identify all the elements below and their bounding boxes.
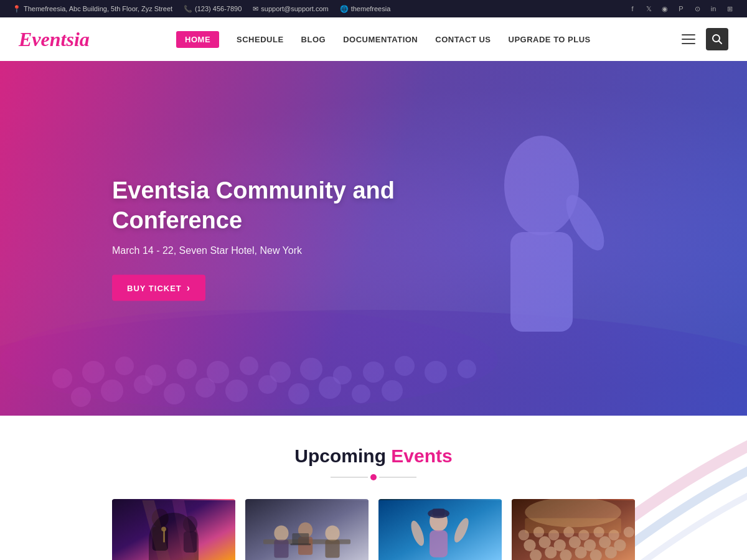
divider-line-right	[379, 477, 416, 478]
hero-content: Eventsia Community and Conference March …	[112, 176, 411, 301]
nav-schedule[interactable]: SCHEDULE	[237, 35, 284, 44]
hero-subtitle: March 14 - 22, Seven Star Hotel, New Yor…	[112, 245, 411, 256]
globe-icon: 🌐	[340, 5, 349, 13]
pinterest-icon[interactable]: P	[676, 4, 686, 14]
phone-icon: 📞	[184, 5, 192, 13]
svg-rect-0	[682, 34, 695, 35]
svg-rect-51	[325, 540, 339, 558]
logo-text: Eventsia	[19, 28, 90, 50]
svg-point-67	[599, 536, 611, 548]
svg-rect-39	[184, 531, 197, 553]
hamburger-icon[interactable]	[677, 28, 700, 50]
upcoming-events-section: Upcoming Events	[0, 416, 747, 560]
svg-rect-2	[682, 43, 695, 44]
svg-rect-37	[153, 526, 168, 551]
event-card-4[interactable]	[512, 499, 635, 560]
svg-rect-35	[112, 500, 235, 560]
website-info: 🌐 themefreesia	[340, 5, 391, 13]
header-icons	[677, 28, 728, 50]
main-nav: HOME SCHEDULE BLOG DOCUMENTATION CONTACT…	[176, 31, 591, 48]
upcoming-events-title: Upcoming Events	[0, 446, 747, 467]
event-card-3[interactable]	[378, 499, 502, 560]
top-bar: 📍 Themefreesia, Abc Building, 5th Floor,…	[0, 0, 747, 17]
email-icon: ✉	[253, 5, 258, 13]
svg-point-41	[161, 526, 166, 531]
svg-rect-84	[525, 518, 621, 533]
svg-point-62	[524, 539, 535, 551]
grid-icon[interactable]: ⊞	[725, 4, 735, 14]
svg-rect-60	[433, 508, 444, 516]
svg-rect-1	[682, 39, 695, 40]
buy-ticket-button[interactable]: BUY TICKET ›	[112, 275, 205, 301]
svg-line-4	[719, 41, 722, 44]
svg-point-38	[183, 516, 197, 533]
nav-contact[interactable]: CONTACT US	[435, 35, 491, 44]
svg-point-63	[538, 536, 550, 548]
website-text: themefreesia	[351, 5, 391, 12]
linkedin-icon[interactable]: in	[708, 4, 718, 14]
facebook-icon[interactable]: f	[627, 4, 637, 14]
email-text: support@support.com	[261, 5, 328, 12]
event-cards-container	[0, 499, 747, 560]
nav-upgrade[interactable]: UPGRADE TO PLUS	[509, 35, 591, 44]
address-info: 📍 Themefreesia, Abc Building, 5th Floor,…	[12, 5, 172, 13]
address-text: Themefreesia, Abc Building, 5th Floor, Z…	[24, 5, 172, 12]
svg-point-82	[624, 526, 634, 537]
hero-section: Eventsia Community and Conference March …	[0, 61, 747, 416]
section-divider	[0, 474, 747, 480]
title-part1: Upcoming	[294, 446, 391, 466]
svg-rect-53	[290, 543, 311, 545]
hero-title: Eventsia Community and Conference	[112, 176, 411, 235]
svg-point-72	[575, 546, 586, 558]
event-card-1[interactable]	[112, 499, 235, 560]
phone-text: (123) 456-7890	[195, 5, 242, 12]
svg-rect-56	[430, 530, 448, 557]
svg-point-46	[274, 525, 288, 541]
site-logo[interactable]: Eventsia	[19, 28, 90, 51]
divider-dot	[370, 474, 377, 480]
top-bar-info: 📍 Themefreesia, Abc Building, 5th Floor,…	[12, 5, 390, 13]
arrow-icon: ›	[187, 282, 190, 294]
svg-point-70	[545, 546, 557, 558]
event-card-2[interactable]	[245, 499, 369, 560]
dribbble-icon[interactable]: ⊙	[692, 4, 702, 14]
buy-ticket-label: BUY TICKET	[127, 283, 182, 292]
divider-line-left	[331, 477, 368, 478]
location-icon: 📍	[12, 5, 21, 13]
nav-home[interactable]: HOME	[176, 31, 219, 48]
site-header: Eventsia HOME SCHEDULE BLOG DOCUMENTATIO…	[0, 17, 747, 61]
twitter-icon[interactable]: 𝕏	[644, 4, 654, 14]
svg-point-65	[569, 536, 581, 548]
search-icon[interactable]	[706, 28, 728, 50]
social-icons: f 𝕏 ◉ P ⊙ in ⊞	[627, 4, 735, 14]
instagram-icon[interactable]: ◉	[660, 4, 670, 14]
phone-info: 📞 (123) 456-7890	[184, 5, 242, 13]
svg-point-74	[605, 546, 617, 558]
email-info: ✉ support@support.com	[253, 5, 328, 13]
svg-rect-52	[292, 533, 309, 544]
title-part2: Events	[391, 446, 452, 466]
svg-rect-40	[163, 530, 165, 542]
svg-point-50	[325, 525, 339, 541]
nav-blog[interactable]: BLOG	[301, 35, 326, 44]
nav-documentation[interactable]: DOCUMENTATION	[343, 35, 418, 44]
svg-rect-47	[274, 540, 288, 558]
